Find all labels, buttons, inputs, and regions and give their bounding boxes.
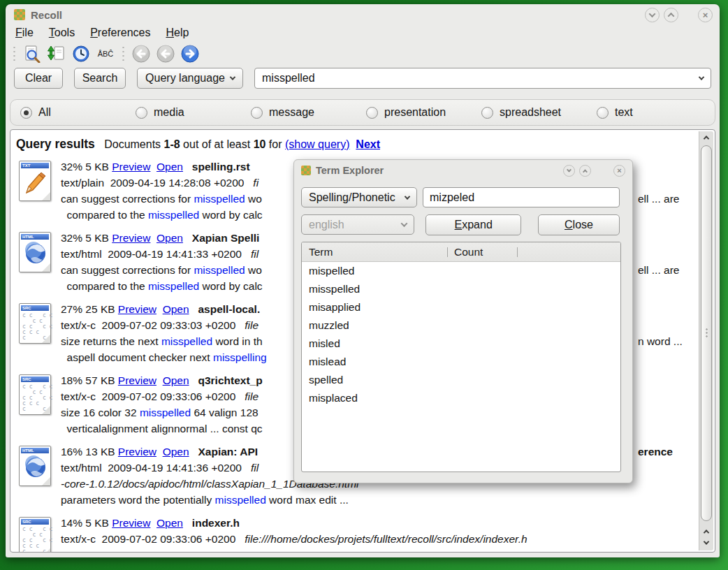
results-range: 1-8 [164, 138, 180, 150]
scroll-up-button-bottom[interactable] [699, 526, 713, 537]
preview-link[interactable]: Preview [112, 161, 150, 173]
preview-link[interactable]: Preview [112, 232, 150, 244]
term-input[interactable]: mizpeled [423, 187, 620, 207]
filter-option-presentation[interactable]: presentation [366, 106, 481, 119]
expand-button[interactable]: Expand [425, 214, 521, 235]
result-title: spelling.rst [192, 161, 250, 173]
menu-help[interactable]: Help [166, 27, 189, 39]
snippet-text: word by calc [199, 209, 262, 221]
clock-icon [72, 45, 90, 63]
open-link[interactable]: Open [163, 303, 189, 315]
snippet-text: compared to the [61, 209, 148, 221]
snippet-text: can suggest corrections for [61, 264, 194, 276]
arrow-left-disabled-icon [156, 44, 175, 64]
open-link[interactable]: Open [163, 446, 189, 458]
title-bar[interactable]: Recoll × [6, 4, 720, 24]
dialog-row-1: Spelling/Phonetic mizpeled [301, 187, 620, 207]
scroll-down-button[interactable] [699, 537, 713, 548]
term-row[interactable]: spelled [302, 371, 620, 389]
expansion-type-select[interactable]: Spelling/Phonetic [301, 187, 417, 207]
result-url: file:///home/dockes/projets/fulltext/rec… [245, 533, 527, 545]
chevron-down-icon [405, 193, 410, 199]
open-link[interactable]: Open [156, 161, 183, 173]
term-explorer-button[interactable]: ÅBĈ [96, 44, 115, 64]
filter-option-text[interactable]: text [597, 106, 633, 119]
term-table-header[interactable]: Term Count [302, 242, 620, 262]
result-url: file [245, 390, 259, 402]
dialog-title-bar[interactable]: Term Explorer × [294, 160, 632, 180]
snippet-text: word max edit ... [266, 494, 349, 506]
result-snippet: parameters word the potentially misspell… [61, 492, 694, 508]
term-row[interactable]: misplaced [302, 389, 620, 407]
highlighted-term: misspelled [194, 264, 245, 276]
file-icon-badge: SRC [21, 519, 49, 525]
result-title-fragment: erence [638, 444, 673, 460]
menu-file[interactable]: File [15, 27, 34, 39]
term-row[interactable]: mispelled [302, 262, 620, 280]
preview-link[interactable]: Preview [118, 303, 156, 315]
term-cell: spelled [309, 374, 343, 386]
show-query-details-button[interactable] [22, 44, 42, 64]
search-bar: Clear Search Query language misspelled [6, 66, 720, 91]
maximize-button[interactable] [664, 8, 678, 22]
scrollbar-thumb[interactable] [701, 145, 712, 521]
minimize-button[interactable] [645, 8, 660, 22]
result-title: q3richtext_p [198, 374, 262, 386]
show-query-link[interactable]: (show query) [285, 138, 349, 150]
snippet-text: size returns the next [61, 335, 161, 347]
dialog-close-action-button[interactable]: Close [538, 214, 620, 235]
filter-label: text [615, 106, 633, 119]
next-page-button[interactable] [180, 44, 200, 64]
search-mode-select[interactable]: Query language [137, 68, 243, 89]
term-row[interactable]: misapplied [302, 298, 620, 316]
radio-icon [366, 107, 378, 119]
term-row[interactable]: misled [302, 335, 620, 353]
term-row[interactable]: misspelled [302, 280, 620, 298]
query-input[interactable]: misspelled [254, 68, 711, 89]
dialog-row-2: english Expand Close [301, 214, 620, 235]
open-link[interactable]: Open [163, 374, 189, 386]
column-separator[interactable] [517, 247, 518, 257]
globe-icon [24, 455, 48, 479]
count-column-header[interactable]: Count [454, 246, 483, 258]
filter-option-media[interactable]: media [136, 106, 251, 119]
open-link[interactable]: Open [156, 517, 183, 529]
scroll-up-button[interactable] [699, 132, 713, 143]
term-row[interactable]: muzzled [302, 316, 620, 335]
filter-option-spreadsheet[interactable]: spreadsheet [481, 106, 597, 119]
snippet-text: compared to the [61, 280, 148, 292]
menu-preferences[interactable]: Preferences [90, 27, 150, 39]
update-index-button[interactable] [47, 44, 66, 64]
term-input-value: mizpeled [430, 191, 474, 204]
search-button[interactable]: Search [74, 68, 126, 89]
sort-by-date-button[interactable] [71, 44, 91, 64]
preview-link[interactable]: Preview [118, 374, 156, 386]
term-column-header[interactable]: Term [302, 246, 333, 258]
clear-button[interactable]: Clear [14, 68, 63, 89]
term-cell: misplaced [309, 392, 358, 404]
file-icon-fold-corner [42, 263, 50, 272]
language-select[interactable]: english [301, 214, 414, 235]
preview-link[interactable]: Preview [112, 517, 150, 529]
column-separator[interactable] [447, 247, 448, 257]
close-button[interactable]: × [698, 8, 713, 22]
highlighted-term: misspelled [215, 494, 266, 506]
menu-bar: FileToolsPreferencesHelp [6, 24, 720, 42]
term-row[interactable]: mislead [302, 353, 620, 371]
radio-icon [20, 107, 32, 119]
prev-page-button[interactable] [156, 44, 175, 64]
preview-link[interactable]: Preview [118, 446, 156, 458]
results-scrollbar[interactable] [699, 131, 713, 550]
dialog-minimize-button[interactable] [563, 165, 575, 177]
first-page-button[interactable] [131, 44, 151, 64]
dialog-maximize-button[interactable] [579, 165, 591, 177]
snippet-text: parameters word the potentially [61, 494, 215, 506]
next-page-link[interactable]: Next [356, 138, 380, 150]
filter-option-message[interactable]: message [251, 106, 366, 119]
file-icon-src: SRCc c c c c c c c c c c c c c c [19, 374, 51, 415]
filter-option-all[interactable]: All [20, 106, 136, 119]
radio-icon [251, 107, 263, 119]
open-link[interactable]: Open [156, 232, 183, 244]
menu-tools[interactable]: Tools [49, 27, 75, 39]
dialog-close-button[interactable]: × [613, 165, 625, 177]
